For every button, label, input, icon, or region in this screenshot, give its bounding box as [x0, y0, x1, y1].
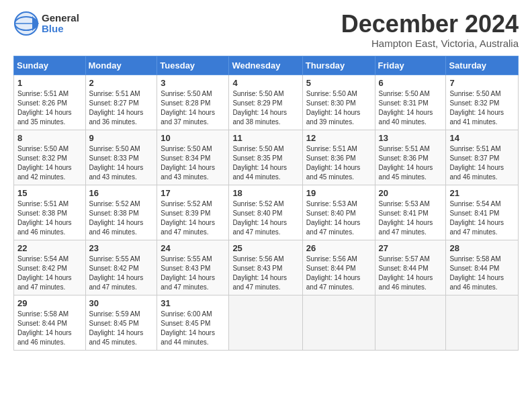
day-info: Sunrise: 5:53 AMSunset: 8:41 PMDaylight:…	[379, 199, 443, 237]
table-row: 16Sunrise: 5:52 AMSunset: 8:38 PMDayligh…	[85, 185, 157, 240]
page-header: General Blue December 2024 Hampton East,…	[13, 11, 519, 49]
day-info: Sunrise: 5:50 AMSunset: 8:32 PMDaylight:…	[17, 144, 82, 182]
day-info: Sunrise: 5:52 AMSunset: 8:40 PMDaylight:…	[232, 199, 298, 237]
day-number: 3	[161, 78, 225, 88]
day-info: Sunrise: 5:54 AMSunset: 8:42 PMDaylight:…	[17, 255, 82, 292]
day-number: 15	[17, 188, 82, 198]
calendar-week-row: 29Sunrise: 5:58 AMSunset: 8:44 PMDayligh…	[14, 295, 519, 350]
day-info: Sunrise: 5:50 AMSunset: 8:31 PMDaylight:…	[379, 89, 443, 127]
calendar-header-row: Sunday Monday Tuesday Wednesday Thursday…	[14, 56, 519, 75]
title-area: December 2024 Hampton East, Victoria, Au…	[341, 11, 519, 49]
col-monday: Monday	[85, 56, 157, 75]
table-row: 6Sunrise: 5:50 AMSunset: 8:31 PMDaylight…	[375, 75, 446, 130]
table-row: 2Sunrise: 5:51 AMSunset: 8:27 PMDaylight…	[85, 75, 157, 130]
day-number: 30	[89, 298, 154, 308]
day-info: Sunrise: 5:57 AMSunset: 8:44 PMDaylight:…	[379, 255, 443, 292]
table-row: 17Sunrise: 5:52 AMSunset: 8:39 PMDayligh…	[157, 185, 229, 240]
table-row: 14Sunrise: 5:51 AMSunset: 8:37 PMDayligh…	[446, 130, 519, 185]
day-number: 14	[449, 133, 515, 143]
table-row: 25Sunrise: 5:56 AMSunset: 8:43 PMDayligh…	[229, 240, 302, 295]
day-number: 27	[379, 243, 443, 253]
day-info: Sunrise: 5:50 AMSunset: 8:32 PMDaylight:…	[449, 89, 515, 127]
table-row: 24Sunrise: 5:55 AMSunset: 8:43 PMDayligh…	[157, 240, 229, 295]
day-number: 10	[161, 133, 225, 143]
table-row: 21Sunrise: 5:54 AMSunset: 8:41 PMDayligh…	[446, 185, 519, 240]
table-row: 23Sunrise: 5:55 AMSunset: 8:42 PMDayligh…	[85, 240, 157, 295]
table-row: 20Sunrise: 5:53 AMSunset: 8:41 PMDayligh…	[375, 185, 446, 240]
table-row: 10Sunrise: 5:50 AMSunset: 8:34 PMDayligh…	[157, 130, 229, 185]
day-number: 22	[17, 243, 82, 253]
table-row: 27Sunrise: 5:57 AMSunset: 8:44 PMDayligh…	[375, 240, 446, 295]
table-row: 29Sunrise: 5:58 AMSunset: 8:44 PMDayligh…	[14, 295, 86, 350]
day-info: Sunrise: 5:51 AMSunset: 8:36 PMDaylight:…	[379, 144, 443, 182]
day-number: 5	[306, 78, 371, 88]
col-friday: Friday	[375, 56, 446, 75]
col-thursday: Thursday	[302, 56, 375, 75]
calendar-week-row: 1Sunrise: 5:51 AMSunset: 8:26 PMDaylight…	[14, 75, 519, 130]
table-row: 22Sunrise: 5:54 AMSunset: 8:42 PMDayligh…	[14, 240, 86, 295]
day-number: 7	[449, 78, 515, 88]
col-saturday: Saturday	[446, 56, 519, 75]
table-row: 12Sunrise: 5:51 AMSunset: 8:36 PMDayligh…	[302, 130, 375, 185]
day-info: Sunrise: 5:51 AMSunset: 8:36 PMDaylight:…	[306, 144, 371, 182]
col-wednesday: Wednesday	[229, 56, 302, 75]
day-info: Sunrise: 5:56 AMSunset: 8:43 PMDaylight:…	[232, 255, 298, 292]
day-number: 21	[449, 188, 515, 198]
day-info: Sunrise: 5:53 AMSunset: 8:40 PMDaylight:…	[306, 199, 371, 237]
col-sunday: Sunday	[14, 56, 86, 75]
day-number: 1	[17, 78, 82, 88]
day-number: 2	[89, 78, 154, 88]
month-title: December 2024	[341, 11, 519, 38]
day-number: 16	[89, 188, 154, 198]
day-info: Sunrise: 6:00 AMSunset: 8:45 PMDaylight:…	[161, 310, 225, 347]
day-number: 28	[449, 243, 515, 253]
day-number: 11	[232, 133, 298, 143]
calendar-week-row: 22Sunrise: 5:54 AMSunset: 8:42 PMDayligh…	[14, 240, 519, 295]
day-info: Sunrise: 5:58 AMSunset: 8:44 PMDaylight:…	[17, 310, 82, 347]
day-number: 9	[89, 133, 154, 143]
table-row: 18Sunrise: 5:52 AMSunset: 8:40 PMDayligh…	[229, 185, 302, 240]
day-info: Sunrise: 5:59 AMSunset: 8:45 PMDaylight:…	[89, 310, 154, 347]
day-info: Sunrise: 5:51 AMSunset: 8:26 PMDaylight:…	[17, 89, 82, 127]
table-row	[375, 295, 446, 350]
table-row: 28Sunrise: 5:58 AMSunset: 8:44 PMDayligh…	[446, 240, 519, 295]
table-row: 15Sunrise: 5:51 AMSunset: 8:38 PMDayligh…	[14, 185, 86, 240]
day-number: 23	[89, 243, 154, 253]
day-info: Sunrise: 5:50 AMSunset: 8:30 PMDaylight:…	[306, 89, 371, 127]
day-number: 20	[379, 188, 443, 198]
day-info: Sunrise: 5:51 AMSunset: 8:38 PMDaylight:…	[17, 199, 82, 237]
day-number: 19	[306, 188, 371, 198]
day-info: Sunrise: 5:50 AMSunset: 8:33 PMDaylight:…	[89, 144, 154, 182]
day-info: Sunrise: 5:50 AMSunset: 8:29 PMDaylight:…	[232, 89, 298, 127]
calendar-week-row: 8Sunrise: 5:50 AMSunset: 8:32 PMDaylight…	[14, 130, 519, 185]
day-number: 4	[232, 78, 298, 88]
day-info: Sunrise: 5:52 AMSunset: 8:39 PMDaylight:…	[161, 199, 225, 237]
day-number: 24	[161, 243, 225, 253]
day-number: 25	[232, 243, 298, 253]
logo-icon	[13, 11, 39, 36]
table-row: 31Sunrise: 6:00 AMSunset: 8:45 PMDayligh…	[157, 295, 229, 350]
day-info: Sunrise: 5:51 AMSunset: 8:27 PMDaylight:…	[89, 89, 154, 127]
day-info: Sunrise: 5:56 AMSunset: 8:44 PMDaylight:…	[306, 255, 371, 292]
day-info: Sunrise: 5:58 AMSunset: 8:44 PMDaylight:…	[449, 255, 515, 292]
calendar-week-row: 15Sunrise: 5:51 AMSunset: 8:38 PMDayligh…	[14, 185, 519, 240]
day-number: 26	[306, 243, 371, 253]
day-number: 31	[161, 298, 225, 308]
calendar-table: Sunday Monday Tuesday Wednesday Thursday…	[13, 56, 519, 351]
calendar-page: General Blue December 2024 Hampton East,…	[0, 0, 532, 411]
col-tuesday: Tuesday	[157, 56, 229, 75]
table-row	[229, 295, 302, 350]
table-row: 4Sunrise: 5:50 AMSunset: 8:29 PMDaylight…	[229, 75, 302, 130]
day-info: Sunrise: 5:52 AMSunset: 8:38 PMDaylight:…	[89, 199, 154, 237]
day-number: 8	[17, 133, 82, 143]
table-row: 26Sunrise: 5:56 AMSunset: 8:44 PMDayligh…	[302, 240, 375, 295]
day-info: Sunrise: 5:55 AMSunset: 8:42 PMDaylight:…	[89, 255, 154, 292]
table-row: 19Sunrise: 5:53 AMSunset: 8:40 PMDayligh…	[302, 185, 375, 240]
day-number: 6	[379, 78, 443, 88]
day-number: 29	[17, 298, 82, 308]
table-row: 11Sunrise: 5:50 AMSunset: 8:35 PMDayligh…	[229, 130, 302, 185]
table-row	[446, 295, 519, 350]
day-info: Sunrise: 5:51 AMSunset: 8:37 PMDaylight:…	[449, 144, 515, 182]
day-info: Sunrise: 5:50 AMSunset: 8:28 PMDaylight:…	[161, 89, 225, 127]
logo-general: General	[42, 12, 79, 24]
